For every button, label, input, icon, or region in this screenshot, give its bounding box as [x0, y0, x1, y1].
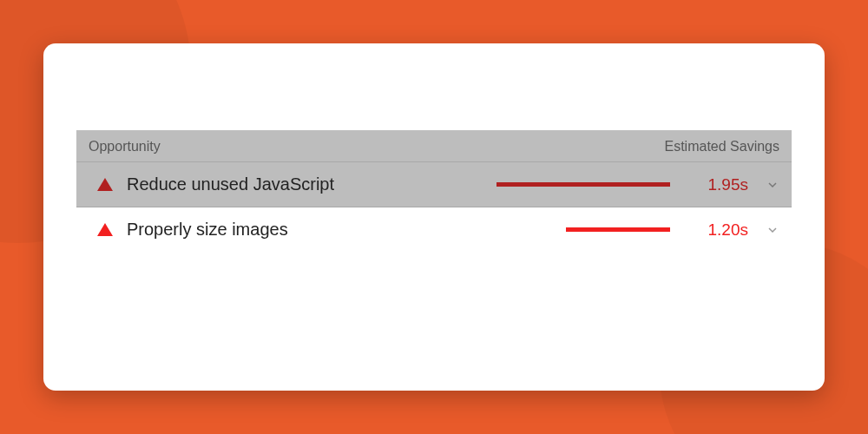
savings-bar [496, 182, 670, 187]
opportunity-label: Reduce unused JavaScript [127, 174, 352, 194]
savings-bar-wrap [488, 227, 670, 232]
header-estimated-savings: Estimated Savings [664, 139, 779, 155]
opportunities-panel: Opportunity Estimated Savings Reduce unu… [76, 130, 792, 252]
savings-bar [566, 227, 670, 232]
warning-triangle-icon [97, 223, 113, 236]
card: Opportunity Estimated Savings Reduce unu… [43, 43, 825, 391]
chevron-down-icon [766, 178, 779, 192]
opportunity-row[interactable]: Reduce unused JavaScript 1.95s [76, 162, 792, 207]
opportunity-row[interactable]: Properly size images 1.20s [76, 207, 792, 252]
panel-header: Opportunity Estimated Savings [76, 130, 792, 162]
savings-time: 1.95s [689, 175, 748, 194]
header-opportunity: Opportunity [89, 139, 161, 155]
expand-toggle[interactable] [766, 223, 779, 237]
savings-time: 1.20s [689, 220, 748, 240]
chevron-down-icon [766, 223, 779, 237]
opportunity-label: Properly size images [127, 220, 352, 240]
savings-bar-wrap [488, 182, 670, 187]
warning-triangle-icon [97, 178, 113, 191]
expand-toggle[interactable] [766, 178, 779, 192]
